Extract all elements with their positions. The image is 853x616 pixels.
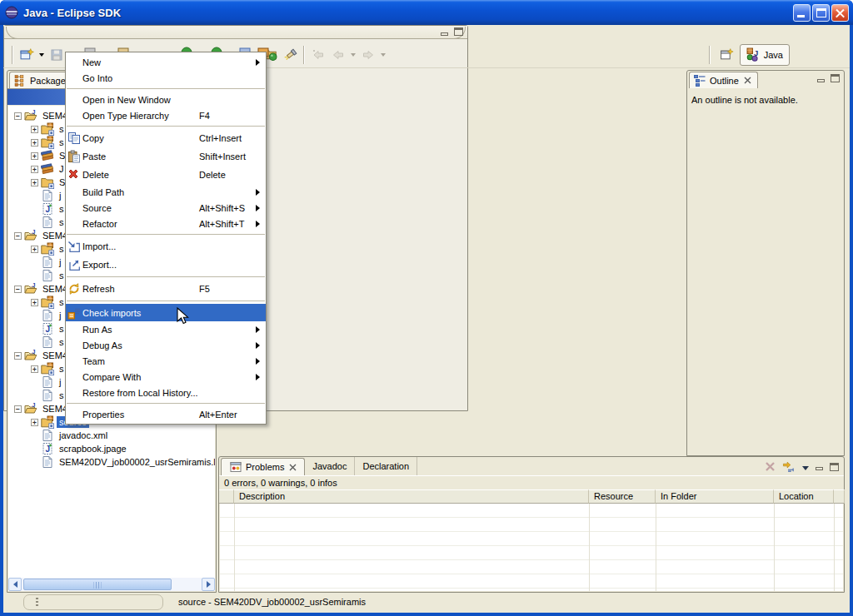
problems-table-body[interactable]: [220, 504, 843, 591]
problems-minimize-button[interactable]: [816, 467, 823, 470]
tree-expander[interactable]: −: [14, 286, 22, 293]
tree-expander[interactable]: +: [31, 365, 38, 373]
menu-item-properties[interactable]: PropertiesAlt+Enter: [66, 406, 266, 422]
menu-item-debug-as[interactable]: Debug As: [66, 337, 266, 353]
menu-item-import[interactable]: Import...: [66, 237, 266, 256]
submenu-arrow-icon: [256, 221, 260, 227]
status-grip-icon: [36, 598, 38, 607]
menu-item-refactor[interactable]: RefactorAlt+Shift+T: [66, 216, 266, 231]
editor-minimize-button[interactable]: [441, 32, 448, 36]
scrollbar-thumb[interactable]: [23, 579, 172, 590]
outline-maximize-button[interactable]: [831, 74, 840, 82]
scroll-right-icon: [207, 581, 211, 588]
eclipse-window: Java - Eclipse SDK FileEditSourceRefacto…: [0, 0, 853, 616]
tab-outline[interactable]: Outline: [689, 72, 758, 88]
horizontal-scrollbar[interactable]: [8, 578, 215, 591]
forward-dropdown[interactable]: [381, 53, 386, 57]
tree-expander[interactable]: +: [31, 179, 38, 186]
menu-item-team[interactable]: Team: [66, 353, 266, 369]
tree-expander[interactable]: +: [31, 246, 38, 253]
tree-expander[interactable]: +: [31, 299, 38, 306]
menu-item-refresh[interactable]: RefreshF5: [66, 280, 266, 298]
menu-accelerator: Alt+Shift+T: [199, 219, 244, 229]
title-bar: Java - Eclipse SDK: [0, 0, 853, 25]
new-wizard-button[interactable]: [17, 45, 37, 65]
menu-item-open-in-new-window[interactable]: Open in New Window: [66, 92, 266, 107]
file-icon: [41, 455, 54, 469]
tab-declaration[interactable]: Declaration: [355, 457, 417, 475]
tree-expander[interactable]: −: [14, 232, 22, 240]
menu-item-build-path[interactable]: Build Path: [66, 184, 266, 200]
menu-item-source[interactable]: SourceAlt+Shift+S: [66, 200, 266, 216]
tree-item-label: j: [57, 256, 63, 268]
column-header-location[interactable]: Location: [774, 489, 834, 504]
menu-item-restore-from-local-history[interactable]: Restore from Local History...: [66, 385, 266, 400]
java-project-icon: [24, 229, 37, 242]
outline-minimize-button[interactable]: [817, 79, 825, 82]
problems-view: ProblemsJavadocDeclaration 0 errors, 0 w…: [218, 456, 845, 593]
search-button[interactable]: [280, 45, 300, 65]
menu-accelerator: Shift+Insert: [199, 152, 246, 161]
tree-expander[interactable]: +: [31, 152, 38, 160]
close-icon[interactable]: [289, 464, 297, 471]
tree-item[interactable]: javadoc.xml: [8, 429, 215, 442]
tree-expander[interactable]: +: [31, 139, 38, 147]
menu-item-compare-with[interactable]: Compare With: [66, 369, 266, 385]
back-dropdown[interactable]: [351, 53, 356, 57]
open-perspective-button[interactable]: [714, 44, 740, 66]
column-header-resource[interactable]: Resource: [589, 489, 656, 504]
tree-expander[interactable]: −: [14, 352, 22, 360]
close-button[interactable]: [831, 4, 849, 22]
java-project-icon: [24, 402, 37, 415]
scroll-left-button[interactable]: [8, 578, 22, 591]
menu-item-run-as[interactable]: Run As: [66, 321, 266, 337]
tree-expander[interactable]: +: [31, 126, 38, 133]
tab-package-explorer[interactable]: Package: [9, 72, 72, 88]
menu-item-label: Source: [82, 203, 117, 213]
back-button[interactable]: [328, 45, 348, 65]
filter-icon[interactable]: [782, 460, 796, 473]
menu-accelerator: F4: [199, 111, 210, 121]
tree-expander[interactable]: +: [31, 419, 38, 426]
menu-item-go-into[interactable]: Go Into: [66, 70, 266, 86]
menu-item-check-imports[interactable]: Check imports: [66, 304, 266, 321]
save-button[interactable]: [47, 45, 67, 65]
grid-line: [834, 504, 835, 591]
last-edit-location-button[interactable]: [308, 45, 328, 65]
outline-close-icon[interactable]: [744, 77, 751, 84]
java-perspective-button[interactable]: J Java: [740, 44, 790, 66]
source-folder-icon: [41, 415, 54, 429]
scroll-right-button[interactable]: [202, 578, 215, 591]
maximize-button[interactable]: [812, 4, 830, 22]
column-header-marker[interactable]: [219, 489, 234, 504]
menu-separator: [67, 126, 265, 127]
column-header-in-folder[interactable]: In Folder: [656, 489, 774, 504]
editor-maximize-button[interactable]: [454, 27, 463, 36]
view-menu-icon[interactable]: [802, 466, 809, 470]
status-box: [23, 594, 163, 610]
scrollbar-track[interactable]: [22, 578, 202, 591]
new-wizard-dropdown[interactable]: [39, 53, 44, 57]
menu-item-export[interactable]: Export...: [66, 256, 266, 274]
forward-button[interactable]: [358, 45, 378, 65]
column-header-description[interactable]: Description: [234, 489, 589, 504]
menu-item-paste[interactable]: PasteShift+Insert: [66, 147, 266, 166]
tree-item[interactable]: scrapbook.jpage: [8, 442, 215, 455]
menu-item-delete[interactable]: DeleteDelete: [66, 166, 266, 184]
menu-item-copy[interactable]: CopyCtrl+Insert: [66, 129, 266, 147]
menu-item-open-type-hierarchy[interactable]: Open Type HierarchyF4: [66, 107, 266, 123]
source-folder-icon: [41, 136, 54, 149]
tree-expander[interactable]: +: [31, 166, 38, 173]
tree-expander[interactable]: −: [14, 112, 22, 120]
problems-maximize-button[interactable]: [830, 463, 839, 471]
delete-icon: [67, 168, 81, 181]
tree-expander[interactable]: −: [14, 405, 22, 413]
menu-item-new[interactable]: New: [66, 54, 266, 70]
minimize-button[interactable]: [793, 4, 811, 22]
tab-javadoc[interactable]: Javadoc: [305, 457, 355, 475]
tab-label: Outline: [710, 76, 739, 86]
delete-marker-icon[interactable]: [765, 461, 776, 472]
tab-problems[interactable]: Problems: [221, 458, 305, 475]
column-header-filler: [834, 489, 845, 504]
tree-item[interactable]: SEM420DV_job00002_usrSemiramis.lau: [8, 455, 215, 469]
